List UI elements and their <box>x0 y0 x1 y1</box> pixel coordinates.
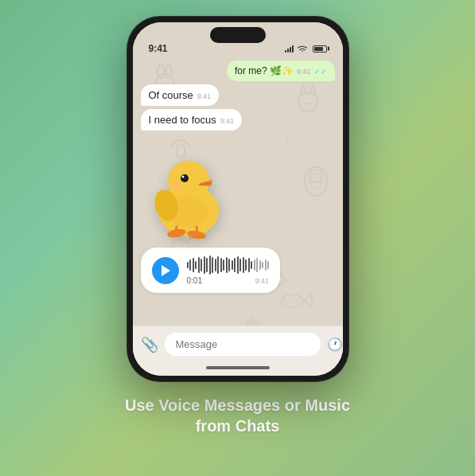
message-input[interactable] <box>165 333 321 356</box>
message-outgoing-top: for me? 🌿✨ 9:41 ✓✓ <box>227 60 335 81</box>
status-icons <box>285 45 327 53</box>
svg-point-38 <box>171 183 182 189</box>
msg-time: 9:41 <box>297 68 311 76</box>
phone-frame: ✦ ✦ ✦ <box>127 16 349 382</box>
duck-sticker <box>141 135 236 251</box>
bottom-text: Use Voice Messages or Music from Chats <box>101 395 374 436</box>
attach-icon[interactable]: 📎 <box>141 336 158 353</box>
voice-msg-time: 9:41 <box>255 277 269 285</box>
home-indicator <box>133 362 343 376</box>
msg-check: ✓✓ <box>314 68 327 76</box>
chat-input-bar: 📎 🕐 🎤 <box>133 326 343 362</box>
home-bar <box>206 366 270 369</box>
wifi-icon <box>297 45 308 53</box>
msg-text: Of course <box>149 89 193 101</box>
bottom-title: Use Voice Messages or Music from Chats <box>125 395 350 436</box>
status-time: 9:41 <box>149 43 168 54</box>
play-icon <box>162 265 170 276</box>
voice-waveform <box>187 256 270 275</box>
dynamic-island <box>210 27 266 43</box>
msg-time: 9:41 <box>197 92 212 100</box>
msg-text: for me? 🌿✨ <box>235 65 294 76</box>
chat-area: for me? 🌿✨ 9:41 ✓✓ Of course 9:41 I need… <box>133 57 343 326</box>
voice-bottom-row: 0:01 9:41 <box>187 276 270 285</box>
signal-icon <box>285 45 294 53</box>
message-of-course: Of course 9:41 <box>141 84 220 106</box>
msg-text: I need to focus <box>149 114 216 126</box>
battery-icon <box>313 45 327 53</box>
message-need-focus: I need to focus 9:41 <box>141 109 243 131</box>
svg-line-36 <box>176 227 177 232</box>
play-button[interactable] <box>152 257 179 284</box>
voice-message-bubble[interactable]: 0:01 9:41 <box>141 248 281 293</box>
clock-icon[interactable]: 🕐 <box>327 337 343 352</box>
voice-content: 0:01 9:41 <box>187 256 270 285</box>
phone-screen: ✦ ✦ ✦ <box>133 22 343 376</box>
phone-container: ✦ ✦ ✦ <box>127 16 349 382</box>
svg-point-32 <box>181 174 189 182</box>
svg-point-33 <box>181 176 184 178</box>
msg-time: 9:41 <box>220 117 235 125</box>
svg-line-37 <box>197 227 197 232</box>
voice-duration: 0:01 <box>187 276 202 285</box>
